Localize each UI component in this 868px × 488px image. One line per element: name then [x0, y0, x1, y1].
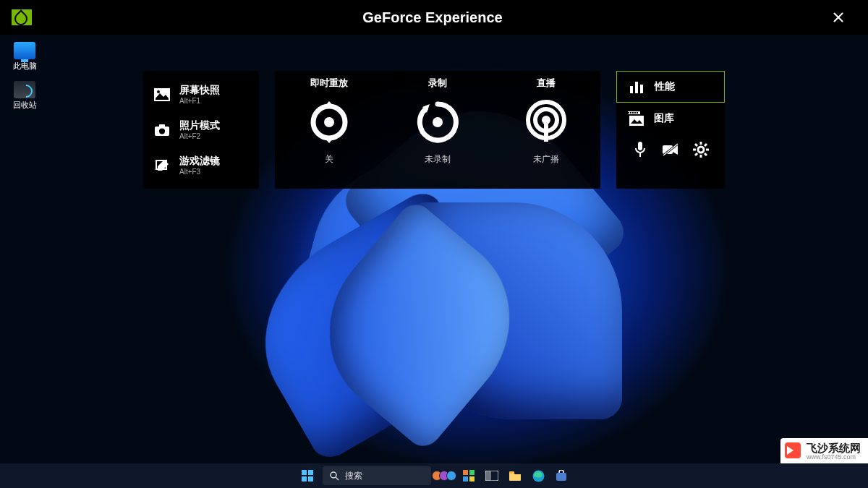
overlay-title-bar: GeForce Experience	[0, 0, 868, 35]
svg-rect-15	[544, 123, 548, 142]
folder-icon	[509, 471, 522, 481]
microphone-button[interactable]	[631, 142, 650, 158]
svg-line-40	[695, 153, 697, 155]
instant-replay-button[interactable]: 即时重放 关	[275, 77, 383, 179]
svg-rect-23	[634, 112, 636, 114]
svg-rect-16	[630, 86, 633, 93]
photo-mode-button[interactable]: 照片模式 Alt+F2	[143, 112, 259, 147]
svg-rect-27	[638, 142, 642, 150]
people-icon	[435, 471, 456, 481]
edge-icon	[532, 470, 545, 482]
watermark: 飞沙系统网 www.fs0745.com	[780, 438, 868, 463]
task-view-icon	[485, 471, 498, 481]
broadcast-button[interactable]: 直播 未广播	[492, 77, 600, 179]
svg-rect-4	[159, 124, 165, 128]
item-label: 游戏滤镜	[179, 155, 220, 168]
button-label: 图库	[654, 112, 674, 125]
watermark-logo-icon	[785, 442, 801, 458]
search-placeholder: 搜索	[345, 470, 362, 482]
camera-icon	[153, 123, 171, 137]
svg-line-43	[336, 477, 339, 480]
svg-point-2	[157, 90, 160, 93]
side-panel: 性能 图库	[616, 71, 725, 189]
svg-rect-25	[629, 116, 644, 126]
button-label: 性能	[655, 80, 675, 93]
pencil-frame-icon	[153, 158, 171, 173]
svg-point-5	[159, 128, 165, 134]
windows-logo-icon	[302, 470, 313, 481]
recording-panel: 即时重放 关 录制 未录制 直播 未广播	[275, 71, 600, 189]
start-button[interactable]	[298, 466, 317, 485]
taskbar-chat[interactable]	[437, 466, 454, 485]
close-button[interactable]	[833, 12, 868, 22]
col-title: 直播	[537, 77, 556, 90]
nvidia-logo-icon	[12, 9, 32, 25]
svg-rect-17	[635, 82, 638, 93]
svg-rect-18	[640, 85, 643, 93]
watermark-name: 飞沙系统网	[807, 442, 861, 453]
svg-rect-22	[632, 112, 634, 114]
col-status: 未录制	[425, 153, 451, 166]
svg-rect-49	[485, 471, 491, 481]
camera-off-icon	[662, 143, 679, 156]
watermark-url: www.fs0745.com	[807, 453, 861, 461]
svg-point-11	[433, 117, 443, 127]
col-status: 关	[325, 153, 333, 166]
svg-rect-45	[469, 470, 475, 475]
instant-replay-icon	[304, 97, 354, 147]
taskbar-search[interactable]: 搜索	[323, 466, 431, 485]
record-icon	[412, 97, 463, 147]
store-icon	[556, 470, 567, 481]
microphone-icon	[634, 142, 646, 158]
image-icon	[153, 87, 171, 102]
item-label: 照片模式	[179, 119, 220, 132]
col-status: 未广播	[533, 153, 559, 166]
item-shortcut: Alt+F1	[179, 97, 220, 105]
desktop-icon-label: 此电脑	[7, 61, 42, 72]
col-title: 录制	[428, 77, 447, 90]
svg-line-38	[695, 144, 697, 146]
svg-point-33	[698, 147, 704, 153]
broadcast-icon	[521, 97, 571, 147]
camera-off-button[interactable]	[661, 142, 680, 158]
taskbar-edge[interactable]	[529, 466, 547, 485]
svg-rect-21	[630, 112, 631, 114]
monitor-icon	[14, 42, 35, 59]
screenshot-button[interactable]: 屏幕快照 Alt+F1	[143, 77, 259, 112]
taskbar: 搜索	[0, 463, 868, 488]
performance-button[interactable]: 性能	[616, 71, 725, 103]
svg-rect-44	[463, 470, 468, 475]
item-label: 屏幕快照	[179, 84, 220, 97]
svg-rect-46	[463, 476, 468, 481]
svg-rect-20	[628, 112, 629, 114]
overlay-title: GeForce Experience	[32, 9, 833, 26]
gear-icon	[693, 142, 709, 158]
svg-line-41	[705, 144, 707, 146]
gallery-icon	[628, 111, 644, 126]
svg-point-42	[331, 472, 336, 478]
record-button[interactable]: 录制 未录制	[383, 77, 492, 179]
svg-rect-19	[628, 111, 640, 114]
taskbar-app-1[interactable]	[460, 466, 477, 485]
search-icon	[330, 471, 339, 481]
taskbar-store[interactable]	[553, 466, 570, 485]
capture-tools-panel: 屏幕快照 Alt+F1 照片模式 Alt+F2 游戏滤镜 Alt+F3	[143, 71, 259, 189]
settings-button[interactable]	[692, 142, 710, 158]
item-shortcut: Alt+F2	[179, 132, 220, 140]
svg-rect-50	[509, 471, 514, 474]
gallery-button[interactable]: 图库	[616, 103, 725, 134]
colored-squares-icon	[463, 470, 475, 481]
taskbar-explorer[interactable]	[506, 466, 524, 485]
item-shortcut: Alt+F3	[179, 168, 220, 176]
svg-rect-52	[556, 473, 566, 481]
svg-rect-24	[637, 112, 638, 114]
desktop-icon-this-pc[interactable]: 此电脑	[7, 42, 42, 72]
bar-chart-icon	[629, 80, 644, 93]
svg-line-39	[705, 153, 707, 155]
close-icon	[833, 12, 843, 22]
taskbar-task-view[interactable]	[483, 466, 501, 485]
game-filter-button[interactable]: 游戏滤镜 Alt+F3	[143, 147, 259, 183]
svg-point-7	[324, 117, 334, 127]
svg-rect-47	[469, 476, 475, 481]
col-title: 即时重放	[310, 77, 348, 90]
